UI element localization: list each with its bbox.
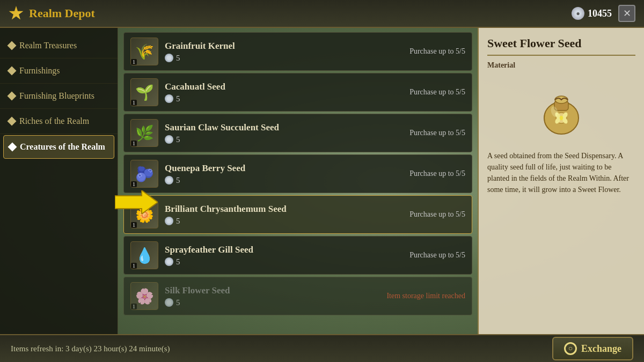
item-row-highlighted[interactable]: 🌼 1 Brilliant Chrysanthemum Seed 5 Purch… — [123, 195, 472, 234]
price-value: 5 — [176, 298, 180, 307]
diamond-icon — [8, 117, 17, 126]
item-info: Grainfruit Kernel 5 — [165, 41, 403, 63]
item-image: 🌿 — [135, 124, 154, 142]
price-value: 5 — [176, 257, 180, 267]
title-area: Realm Depot — [9, 6, 95, 21]
item-name: Brilliant Chrysanthemum Seed — [165, 204, 403, 215]
item-thumbnail: 🫐 1 — [130, 160, 158, 188]
item-name: Silk Flower Seed — [165, 285, 380, 296]
price-value: 5 — [176, 135, 180, 144]
app-title: Realm Depot — [29, 6, 95, 20]
item-status: Purchase up to 5/5 — [409, 210, 465, 219]
item-price: 5 — [165, 94, 403, 104]
detail-subtitle: Material — [487, 61, 635, 70]
item-price: 5 — [165, 217, 403, 226]
refresh-text: Items refresh in: 3 day(s) 23 hour(s) 24… — [11, 344, 170, 353]
coin-icon — [165, 217, 173, 225]
item-price: 5 — [165, 54, 403, 63]
item-thumbnail: 🌸 1 — [130, 282, 158, 310]
exchange-icon: ○ — [564, 342, 577, 355]
realm-depot-icon — [9, 6, 24, 21]
item-thumbnail: 🌾 1 — [130, 38, 158, 65]
sidebar-label: Realm Treasures — [19, 41, 77, 50]
item-image: 🌾 — [135, 43, 154, 61]
coin-icon — [165, 54, 173, 62]
bottom-bar: Items refresh in: 3 day(s) 23 hour(s) 24… — [0, 334, 644, 362]
item-count: 1 — [131, 304, 137, 309]
item-name: Saurian Claw Succulent Seed — [165, 122, 403, 133]
item-price: 5 — [165, 135, 403, 144]
coin-icon — [165, 298, 173, 307]
item-count: 1 — [131, 181, 137, 187]
sidebar-item-riches-of-realm[interactable]: Riches of the Realm — [0, 109, 118, 134]
item-info: Saurian Claw Succulent Seed 5 — [165, 122, 403, 144]
sidebar-item-furnishing-blueprints[interactable]: Furnishing Blueprints — [0, 84, 118, 109]
item-thumbnail: 🌿 1 — [130, 119, 158, 147]
sidebar-item-creatures-of-realm[interactable]: Creatures of the Realm — [3, 135, 114, 159]
detail-title: Sweet Flower Seed — [487, 36, 635, 56]
price-value: 5 — [176, 217, 180, 226]
item-count: 1 — [131, 59, 137, 65]
item-price: 5 — [165, 298, 380, 307]
item-count: 1 — [131, 100, 137, 106]
item-info: Sprayfeather Gill Seed 5 — [165, 245, 403, 267]
item-row-disabled[interactable]: 🌸 1 Silk Flower Seed 5 Item storage limi… — [123, 277, 472, 315]
close-button[interactable]: ✕ — [618, 5, 635, 22]
coin-icon — [165, 257, 173, 266]
currency-display: ● 10455 — [572, 7, 612, 20]
item-info: Cacahuatl Seed 5 — [165, 82, 403, 104]
sidebar-label: Furnishings — [19, 66, 60, 76]
sidebar-item-furnishings[interactable]: Furnishings — [0, 58, 118, 84]
top-right: ● 10455 ✕ — [572, 5, 635, 22]
item-price: 5 — [165, 176, 403, 185]
price-value: 5 — [176, 176, 180, 185]
diamond-icon — [8, 67, 17, 76]
main-layout: Realm Treasures Furnishings Furnishing B… — [0, 28, 644, 334]
exchange-button[interactable]: ○ Exchange — [552, 337, 633, 360]
item-row[interactable]: 🌱 1 Cacahuatl Seed 5 Purchase up to 5/5 — [123, 73, 472, 112]
detail-description: A seed obtained from the Seed Dispensary… — [487, 150, 635, 195]
diamond-icon-active — [8, 143, 17, 152]
item-count: 1 — [131, 263, 137, 269]
item-info: Silk Flower Seed 5 — [165, 285, 380, 307]
coin-icon — [165, 94, 173, 103]
sidebar-label: Furnishing Blueprints — [19, 91, 94, 101]
diamond-icon — [8, 41, 17, 50]
currency-icon: ● — [572, 7, 584, 20]
sidebar-label: Riches of the Realm — [19, 116, 89, 126]
coin-icon — [165, 135, 173, 144]
sidebar-item-realm-treasures[interactable]: Realm Treasures — [0, 33, 118, 58]
exchange-label: Exchange — [581, 343, 621, 354]
seed-bag-image — [532, 80, 591, 139]
item-image: 🌸 — [135, 287, 154, 305]
item-image: 🫐 — [135, 165, 154, 183]
item-count: 1 — [131, 222, 137, 228]
item-status-limit: Item storage limit reached — [386, 292, 465, 300]
diamond-icon — [8, 92, 17, 101]
item-image: 🌱 — [135, 84, 154, 101]
item-thumbnail: 🌱 1 — [130, 78, 158, 106]
item-info: Quenepa Berry Seed 5 — [165, 163, 403, 185]
item-row[interactable]: 💧 1 Sprayfeather Gill Seed 5 Purchase up… — [123, 236, 472, 275]
item-list: 🌾 1 Grainfruit Kernel 5 Purchase up to 5… — [118, 28, 478, 334]
coin-icon — [165, 176, 173, 184]
item-status: Purchase up to 5/5 — [409, 169, 465, 178]
item-thumbnail: 💧 1 — [130, 241, 158, 269]
item-status: Purchase up to 5/5 — [409, 251, 465, 260]
item-status: Purchase up to 5/5 — [409, 88, 465, 97]
item-image: 🌼 — [135, 206, 154, 224]
item-name: Sprayfeather Gill Seed — [165, 245, 403, 255]
item-count: 1 — [131, 141, 137, 146]
price-value: 5 — [176, 54, 180, 63]
item-name: Cacahuatl Seed — [165, 82, 403, 92]
item-name: Grainfruit Kernel — [165, 41, 403, 51]
item-row[interactable]: 🌾 1 Grainfruit Kernel 5 Purchase up to 5… — [123, 32, 472, 71]
detail-panel: Sweet Flower Seed Material — [478, 28, 644, 334]
item-name: Quenepa Berry Seed — [165, 163, 403, 174]
currency-amount: 10455 — [588, 8, 612, 19]
item-row[interactable]: 🫐 1 Quenepa Berry Seed 5 Purchase up to … — [123, 154, 472, 193]
item-image: 💧 — [135, 247, 154, 264]
item-row[interactable]: 🌿 1 Saurian Claw Succulent Seed 5 Purcha… — [123, 114, 472, 152]
price-value: 5 — [176, 94, 180, 104]
sidebar: Realm Treasures Furnishings Furnishing B… — [0, 28, 118, 334]
